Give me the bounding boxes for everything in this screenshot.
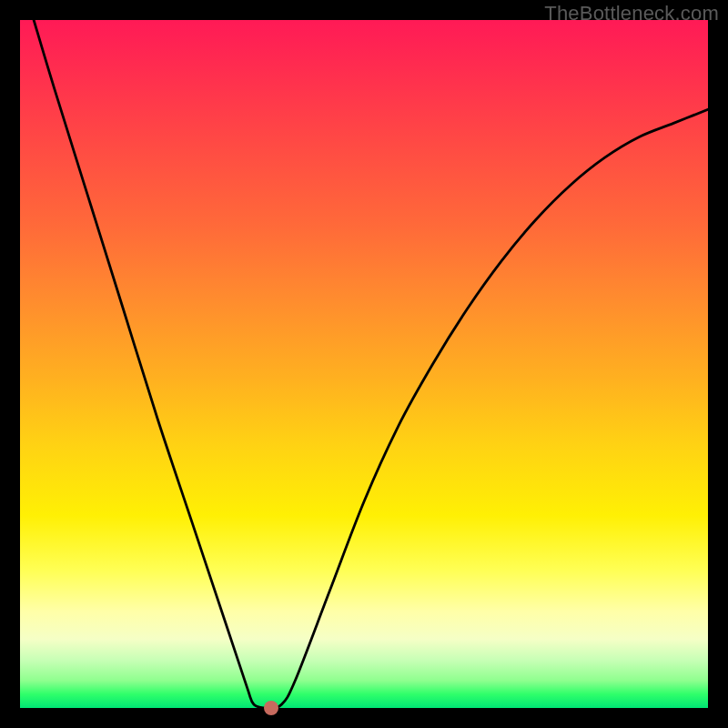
chart-frame: TheBottleneck.com: [0, 0, 728, 728]
bottleneck-curve: [20, 20, 708, 708]
optimal-point-marker: [264, 701, 278, 715]
watermark-text: TheBottleneck.com: [544, 2, 719, 25]
